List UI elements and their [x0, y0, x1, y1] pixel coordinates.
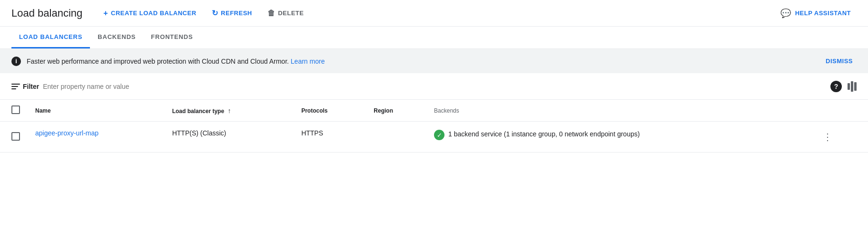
page-header: Load balancing + CREATE LOAD BALANCER ↻ … [0, 0, 868, 27]
filter-line-3 [11, 88, 16, 89]
backend-status-area: ✓ 1 backend service (1 instance group, 0… [434, 129, 804, 140]
header-checkbox[interactable] [11, 105, 20, 114]
row-more-button[interactable]: ⋮ [819, 129, 836, 144]
filter-label-area: Filter [11, 83, 39, 90]
col-header-backends: Backends [426, 100, 811, 122]
col-header-checkbox [0, 100, 28, 122]
col-rect-3 [854, 82, 857, 91]
load-balancers-table: Name Load balancer type ↑ Protocols Regi… [0, 100, 868, 153]
filter-label-text: Filter [23, 83, 39, 90]
col-header-type[interactable]: Load balancer type ↑ [165, 100, 294, 122]
filter-line-1 [11, 84, 20, 85]
plus-icon: + [103, 9, 108, 18]
table-header-row: Name Load balancer type ↑ Protocols Regi… [0, 100, 868, 122]
row-protocols-cell: HTTPS [294, 122, 366, 153]
info-banner: i Faster web performance and improved we… [0, 49, 868, 73]
delete-icon: 🗑 [267, 9, 276, 18]
col-header-name: Name [28, 100, 165, 122]
backend-healthy-icon: ✓ [434, 130, 444, 140]
col-rect-2 [851, 81, 853, 92]
create-load-balancer-button[interactable]: + CREATE LOAD BALANCER [98, 5, 202, 21]
refresh-icon: ↻ [212, 9, 218, 18]
row-type-cell: HTTP(S) (Classic) [165, 122, 294, 153]
filter-bar: Filter ? [0, 73, 868, 100]
filter-actions: ? [830, 81, 857, 92]
dismiss-button[interactable]: DISMISS [822, 56, 857, 67]
row-name-cell: apigee-proxy-url-map [28, 122, 165, 153]
learn-more-link[interactable]: Learn more [291, 57, 325, 65]
col-header-region: Region [366, 100, 426, 122]
filter-input[interactable] [43, 83, 827, 90]
col-header-actions [811, 100, 868, 122]
row-region-cell [366, 122, 426, 153]
delete-button[interactable]: 🗑 DELETE [262, 5, 310, 21]
filter-help-icon[interactable]: ? [830, 81, 842, 92]
sort-arrow-icon: ↑ [227, 107, 231, 115]
tab-bar: LOAD BALANCERS BACKENDS FRONTENDS [0, 27, 868, 49]
column-display-toggle[interactable] [848, 81, 857, 92]
help-assistant-icon: 💬 [780, 8, 791, 19]
row-more-actions-cell: ⋮ [811, 122, 868, 153]
tab-frontends[interactable]: FRONTENDS [143, 27, 200, 48]
row-checkbox-cell [0, 122, 28, 153]
table-row: apigee-proxy-url-map HTTP(S) (Classic) H… [0, 122, 868, 153]
col-header-protocols: Protocols [294, 100, 366, 122]
refresh-button[interactable]: ↻ REFRESH [206, 5, 258, 21]
page-title: Load balancing [11, 7, 82, 19]
tab-load-balancers[interactable]: LOAD BALANCERS [11, 27, 90, 48]
header-actions: + CREATE LOAD BALANCER ↻ REFRESH 🗑 DELET… [98, 4, 857, 22]
backend-description: 1 backend service (1 instance group, 0 n… [448, 129, 640, 139]
col-rect-1 [848, 83, 850, 90]
banner-text: Faster web performance and improved web … [27, 57, 816, 65]
load-balancer-name-link[interactable]: apigee-proxy-url-map [35, 129, 99, 137]
tab-backends[interactable]: BACKENDS [90, 27, 143, 48]
info-icon: i [11, 57, 21, 66]
row-backends-cell: ✓ 1 backend service (1 instance group, 0… [426, 122, 811, 153]
row-checkbox[interactable] [11, 132, 20, 141]
filter-icon [11, 84, 20, 89]
filter-line-2 [11, 86, 18, 87]
help-assistant-button[interactable]: 💬 HELP ASSISTANT [775, 4, 857, 22]
